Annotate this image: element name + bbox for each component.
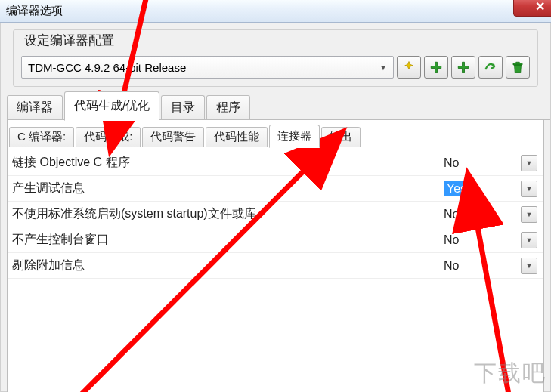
tab-compiler[interactable]: 编译器 — [7, 95, 63, 120]
add-button[interactable] — [424, 56, 448, 79]
option-dropdown[interactable]: ▼ — [521, 155, 537, 171]
option-value: Yes — [444, 181, 469, 196]
option-dropdown[interactable]: ▼ — [521, 181, 537, 197]
chevron-down-icon: ▼ — [526, 159, 533, 167]
tab-codegen[interactable]: 代码生成/优化 — [64, 91, 159, 121]
subtab-performance[interactable]: 代码性能 — [206, 127, 268, 147]
compiler-set-value: TDM-GCC 4.9.2 64-bit Release — [28, 61, 186, 74]
subtab-c-compiler[interactable]: C 编译器: — [9, 127, 74, 147]
option-row: 不产生控制台窗口 No ▼ — [8, 227, 543, 253]
chevron-down-icon: ▼ — [526, 211, 533, 218]
chevron-down-icon: ▼ — [526, 262, 533, 270]
subtab-warnings[interactable]: 代码警告 — [142, 127, 204, 147]
compiler-set-select[interactable]: TDM-GCC 4.9.2 64-bit Release ▼ — [21, 56, 394, 79]
sparkle-icon — [402, 60, 416, 74]
option-value: No — [444, 259, 459, 273]
titlebar: 编译器选项 ✕ — [0, 0, 551, 23]
plus-icon — [457, 60, 470, 74]
tab-programs[interactable]: 程序 — [206, 95, 250, 120]
close-icon: ✕ — [535, 0, 545, 14]
delete-button[interactable] — [506, 56, 530, 79]
arrow-icon — [484, 60, 497, 74]
window-title: 编译器选项 — [6, 4, 63, 18]
chevron-down-icon: ▼ — [379, 63, 387, 72]
tab-page: C 编译器: 代码生成: 代码警告 代码性能 连接器 输出 链接 Objecti… — [7, 120, 544, 392]
option-dropdown[interactable]: ▼ — [521, 206, 537, 223]
option-label: 链接 Objective C 程序 — [12, 155, 444, 171]
chevron-down-icon: ▼ — [526, 236, 533, 244]
plus-icon — [429, 60, 443, 74]
chevron-down-icon: ▼ — [526, 185, 533, 193]
option-dropdown[interactable]: ▼ — [521, 232, 537, 248]
subtab-linker[interactable]: 连接器 — [269, 125, 320, 148]
option-value: No — [444, 156, 459, 170]
option-list: 链接 Objective C 程序 No ▼ 产生调试信息 Yes ▼ 不使用标… — [8, 147, 543, 279]
duplicate-button[interactable] — [451, 56, 475, 79]
option-value: No — [444, 208, 459, 221]
rename-button[interactable] — [478, 56, 503, 79]
window-close-button[interactable]: ✕ — [513, 0, 551, 17]
sub-tabbar: C 编译器: 代码生成: 代码警告 代码性能 连接器 输出 — [8, 125, 543, 147]
option-label: 不使用标准系统启动(system startup)文件或库 — [12, 206, 444, 222]
group-label: 设定编译器配置 — [21, 32, 117, 49]
option-value: No — [444, 233, 459, 247]
option-row: 不使用标准系统启动(system startup)文件或库 No ▼ — [8, 202, 543, 227]
top-tabbar: 编译器 代码生成/优化 目录 程序 — [1, 94, 550, 120]
watermark: 下载吧 — [474, 358, 546, 389]
client-area: 设定编译器配置 TDM-GCC 4.9.2 64-bit Release ▼ — [0, 23, 551, 392]
trash-icon — [511, 60, 525, 74]
option-dropdown[interactable]: ▼ — [521, 258, 537, 274]
tab-dirs[interactable]: 目录 — [161, 95, 205, 120]
add-set-button[interactable] — [397, 56, 421, 79]
compiler-set-row: TDM-GCC 4.9.2 64-bit Release ▼ — [21, 56, 530, 79]
option-label: 产生调试信息 — [12, 181, 444, 196]
option-label: 剔除附加信息 — [12, 258, 444, 273]
option-row: 链接 Objective C 程序 No ▼ — [8, 150, 543, 176]
subtab-codegen[interactable]: 代码生成: — [76, 127, 141, 147]
option-row: 剔除附加信息 No ▼ — [8, 253, 543, 279]
subtab-output[interactable]: 输出 — [321, 127, 361, 147]
option-row: 产生调试信息 Yes ▼ — [8, 176, 543, 202]
compiler-set-group: 设定编译器配置 TDM-GCC 4.9.2 64-bit Release ▼ — [13, 29, 538, 87]
option-label: 不产生控制台窗口 — [12, 232, 444, 248]
